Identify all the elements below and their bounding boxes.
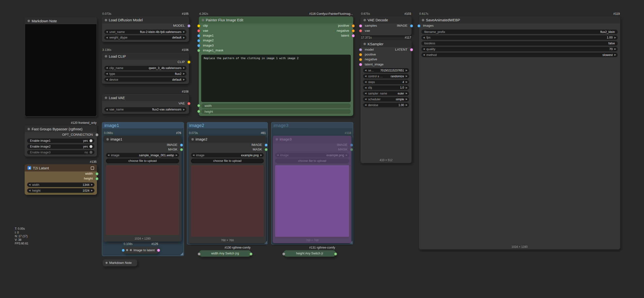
width-input-pin[interactable] (197, 104, 200, 107)
toggle-knob[interactable] (90, 139, 92, 142)
arrow-left-icon[interactable]: ◀ (104, 30, 110, 34)
node-painter-flux-image-edit[interactable]: 4.262s #116 Comfyui-PainterFluxImag... P… (199, 17, 353, 116)
expand-icon[interactable] (91, 166, 94, 170)
widget-lossless[interactable]: lossless false (422, 41, 618, 46)
arrow-right-icon[interactable]: ▶ (344, 153, 349, 157)
arrow-right-icon[interactable]: ▶ (404, 86, 409, 90)
widget-seed[interactable]: ◀ se… 701502115237651 ▶ (363, 68, 409, 73)
image1-mask-input-pin[interactable] (197, 49, 200, 52)
upload-button[interactable]: choose file to upload (106, 159, 179, 163)
toggle-knob[interactable] (90, 145, 92, 148)
widget-clip-name[interactable]: ◀ clip_name qwen_3_4b.safetensors ▶ (104, 66, 186, 70)
clip-output-pin[interactable] (188, 60, 191, 64)
widget-sampler-name[interactable]: ◀ sampler_name euler ▶ (363, 91, 409, 96)
image-output-pin[interactable] (350, 143, 353, 147)
toggle-enable-image2[interactable]: Enable image2 yes (27, 144, 94, 149)
node-save-animated-webp[interactable]: 0.617s #119 SaveAnimatedWEBP images file… (419, 17, 620, 249)
samples-input-pin[interactable] (359, 24, 362, 28)
arrow-right-icon[interactable]: ▶ (174, 153, 179, 157)
arrow-right-icon[interactable]: ▶ (613, 53, 618, 57)
images-input-pin[interactable] (418, 24, 421, 28)
mask-output-pin[interactable] (180, 148, 183, 151)
node-image1-loader[interactable]: 0.066s #76 image1 IMAGE MASK ◀ image sam… (104, 136, 182, 242)
node-header[interactable]: Fast Groups Bypasser (rgthree) (25, 125, 97, 132)
arrow-left-icon[interactable]: ◀ (104, 35, 110, 40)
height-row-label[interactable]: height (201, 109, 351, 114)
vae-output-pin[interactable] (188, 102, 191, 105)
widget-method[interactable]: ◀ method slowest ▶ (422, 53, 618, 57)
width-output-pin[interactable] (96, 172, 99, 176)
height-input-pin[interactable] (197, 110, 200, 113)
arrow-left-icon[interactable]: ◀ (27, 188, 32, 193)
toggle-enable-image1[interactable]: Enable image1 yes (27, 139, 94, 143)
node-markdown-note-top[interactable]: Markdown Note (25, 17, 97, 117)
arrow-right-icon[interactable]: ▶ (404, 103, 409, 107)
arrow-left-icon[interactable]: ◀ (275, 153, 280, 157)
node-header[interactable]: Markdown Note (25, 17, 97, 24)
any-input-pin[interactable] (282, 252, 286, 256)
toggle-enable-image3[interactable]: Enable image3 no (27, 150, 94, 155)
node-t2i-latent[interactable]: #135 T2i Latant width height ◀ width 134… (25, 164, 97, 195)
arrow-right-icon[interactable]: ▶ (181, 107, 186, 112)
arrow-right-icon[interactable]: ▶ (404, 97, 409, 102)
widget-control-after-generate[interactable]: ◀ control a … randomize ▶ (363, 74, 409, 79)
arrow-left-icon[interactable]: ◀ (104, 66, 110, 70)
node-fast-groups-bypasser[interactable]: #120 frontend_only Fast Groups Bypasser … (25, 125, 97, 157)
widget-denoise[interactable]: ◀ denoise 1.00 ▶ (363, 103, 409, 107)
arrow-right-icon[interactable]: ▶ (181, 35, 186, 40)
node-vae-decode[interactable]: 0.675s #103 VAE Decode samples IMAGE vae (360, 17, 411, 35)
negative-output-pin[interactable] (352, 29, 355, 33)
widget-cfg[interactable]: ◀ cfg 1.0 ▶ (363, 86, 409, 90)
collapse-dot[interactable] (126, 249, 128, 251)
arrow-left-icon[interactable]: ◀ (422, 53, 426, 57)
arrow-left-icon[interactable]: ◀ (191, 153, 196, 157)
widget-filename-prefix[interactable]: filename_prefix flux2_klein (422, 30, 618, 34)
height-output-pin[interactable] (96, 177, 99, 180)
arrow-right-icon[interactable]: ▶ (613, 35, 618, 40)
positive-input-pin[interactable] (359, 53, 362, 57)
arrow-left-icon[interactable]: ◀ (106, 153, 111, 157)
widget-image[interactable]: ◀ image example.png ▶ (191, 153, 264, 157)
arrow-left-icon[interactable]: ◀ (422, 35, 426, 40)
arrow-left-icon[interactable]: ◀ (27, 182, 32, 187)
node-width-any-switch[interactable]: #130 rgthree-comfy width Any Switch (rg (199, 250, 251, 257)
model-output-pin[interactable] (188, 24, 191, 28)
int-output-pin[interactable] (249, 252, 253, 256)
node-header[interactable]: T2i Latant (25, 164, 97, 172)
node-header[interactable]: image2 (188, 136, 266, 143)
widget-quality[interactable]: ◀ quality 70 ▶ (422, 47, 618, 51)
latent-output-pin[interactable] (352, 34, 355, 38)
arrow-right-icon[interactable]: ▶ (89, 188, 94, 193)
image2-input-pin[interactable] (197, 39, 200, 42)
width-row-label[interactable]: width (201, 103, 351, 108)
latent-output-pin[interactable] (157, 248, 160, 252)
markdown-content-area[interactable] (25, 24, 96, 116)
arrow-right-icon[interactable]: ▶ (181, 66, 186, 70)
arrow-left-icon[interactable]: ◀ (104, 77, 110, 82)
node-image2-loader[interactable]: 0.073s #81 image2 IMAGE MASK ◀ image exa… (188, 136, 266, 243)
node-header[interactable]: SaveAnimatedWEBP (419, 17, 620, 24)
node-header[interactable]: VAE Decode (360, 17, 411, 24)
group-title[interactable]: image1 (102, 123, 184, 128)
upload-button[interactable]: choose file to upload (191, 159, 264, 163)
node-header[interactable]: image3 (272, 136, 352, 143)
graph-canvas[interactable]: image1 image2 image3 Markdown Note 0.073… (0, 0, 644, 298)
arrow-right-icon[interactable]: ▶ (258, 153, 264, 157)
arrow-right-icon[interactable]: ▶ (181, 77, 186, 82)
node-image3-loader[interactable]: #118 image3 IMAGE MASK ◀ image example.p… (272, 136, 352, 243)
group-resize-handle[interactable] (180, 252, 183, 255)
node-load-clip[interactable]: 3.136s #106 Load CLIP CLIP ◀ clip_name q… (102, 53, 189, 84)
arrow-left-icon[interactable]: ◀ (104, 72, 110, 76)
node-load-vae[interactable]: #108 Load VAE VAE ◀ vae_name flux2-vae.s… (102, 94, 189, 114)
vae-input-pin[interactable] (197, 29, 200, 33)
arrow-left-icon[interactable]: ◀ (363, 80, 368, 84)
arrow-left-icon[interactable]: ◀ (363, 97, 368, 102)
image-output-pin[interactable] (180, 143, 183, 147)
arrow-right-icon[interactable]: ▶ (404, 80, 409, 84)
latent-output-pin[interactable] (410, 48, 413, 51)
widget-vae-name[interactable]: ◀ vae_name flux2-vae.safetensors ▶ (104, 107, 186, 112)
negative-input-pin[interactable] (359, 58, 362, 61)
image-input-pin[interactable] (122, 248, 125, 252)
group-title[interactable]: image2 (188, 123, 268, 128)
clip-input-pin[interactable] (197, 24, 200, 28)
